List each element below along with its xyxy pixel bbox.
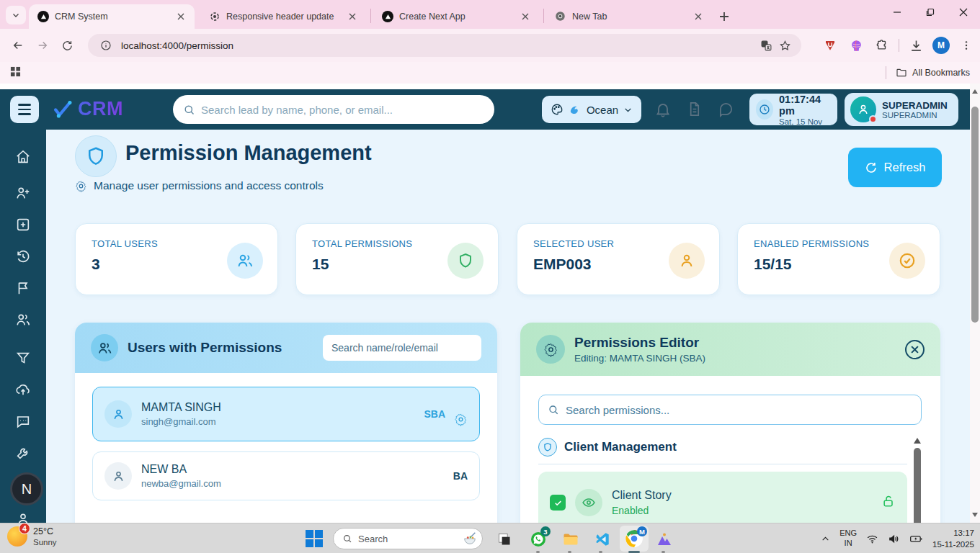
user-name: MAMTA SINGH — [141, 401, 221, 414]
permissions-scrollbar[interactable] — [914, 436, 921, 523]
ocean-wave-icon — [569, 103, 582, 116]
user-search-input[interactable] — [323, 335, 481, 361]
nextjs-favicon — [382, 11, 393, 22]
scrollbar-thumb[interactable] — [914, 448, 921, 523]
url-text: localhost:4000/permission — [121, 40, 757, 51]
sun-icon: 4 — [7, 526, 27, 547]
whatsapp-badge: 3 — [540, 526, 551, 536]
start-button[interactable] — [306, 530, 323, 547]
lead-search-input[interactable] — [201, 104, 484, 116]
chat-icon[interactable] — [718, 101, 736, 120]
close-window-button[interactable] — [947, 0, 980, 24]
tray-expand-chevron-icon[interactable] — [821, 534, 830, 544]
sidebar-filter-icon[interactable] — [15, 350, 31, 366]
minimize-button[interactable] — [881, 0, 914, 24]
taskbar-file-explorer-icon[interactable] — [561, 529, 580, 549]
page-scrollbar[interactable] — [970, 84, 980, 523]
permission-checkbox[interactable] — [550, 495, 566, 511]
clock-widget[interactable]: 01:17:44 pm Sat, 15 Nov — [749, 94, 837, 125]
permission-search-input[interactable] — [566, 404, 912, 416]
lock-open-icon[interactable] — [881, 494, 896, 511]
user-settings-gear-icon[interactable] — [454, 413, 468, 426]
adblock-extension-icon[interactable] — [821, 36, 839, 55]
apps-grid-icon[interactable] — [10, 66, 21, 80]
weather-badge: 4 — [19, 523, 30, 534]
back-button[interactable] — [6, 33, 30, 58]
sidebar-upload-icon[interactable] — [15, 382, 31, 397]
tab-close-icon[interactable] — [174, 10, 187, 23]
scrollbar-thumb[interactable] — [971, 107, 979, 323]
user-row-mamta-singh[interactable]: MAMTA SINGH singh@gmail.com SBA — [92, 387, 480, 441]
tab-crm-system[interactable]: CRM System — [29, 4, 195, 29]
sidebar-home-icon[interactable] — [15, 149, 31, 165]
screen: CRM System Responsive header update Crea… — [0, 0, 980, 553]
sidebar-flag-icon[interactable] — [15, 280, 31, 296]
downloads-icon[interactable] — [906, 36, 925, 55]
sidebar-messages-icon[interactable] — [15, 413, 31, 429]
sidebar-add-user-icon[interactable] — [15, 185, 31, 201]
sidebar-history-icon[interactable] — [15, 248, 31, 264]
refresh-button[interactable]: Refresh — [848, 148, 942, 187]
sidebar-create-icon[interactable] — [15, 217, 31, 233]
translate-icon[interactable]: G — [757, 36, 775, 55]
tab-close-icon[interactable] — [346, 10, 359, 23]
floating-extension-button[interactable]: N — [10, 472, 43, 505]
ai-extension-icon[interactable] — [847, 36, 865, 55]
taskbar-vscode-icon[interactable] — [592, 529, 612, 549]
battery-icon[interactable] — [909, 533, 923, 545]
search-icon — [548, 404, 559, 415]
taskbar-snipping-app-icon[interactable] — [494, 529, 514, 549]
browser-toolbar: localhost:4000/permission G M — [0, 29, 980, 62]
taskbar-search[interactable]: Search — [333, 528, 483, 549]
taskbar-purple-app-icon[interactable] — [654, 529, 674, 549]
site-info-icon[interactable] — [97, 36, 115, 55]
theme-label: Ocean — [587, 104, 618, 116]
language-indicator[interactable]: ENG IN — [839, 529, 857, 549]
tab-close-icon[interactable] — [692, 10, 705, 23]
new-tab-button[interactable] — [715, 7, 734, 26]
user-role-badge: SBA — [424, 408, 445, 420]
bookmark-star-icon[interactable] — [775, 36, 794, 55]
taskbar-chrome-icon[interactable]: M — [620, 526, 649, 552]
documents-icon[interactable] — [686, 101, 705, 120]
forward-button[interactable] — [30, 33, 55, 58]
reload-button[interactable] — [55, 33, 79, 58]
tab-close-icon[interactable] — [519, 10, 532, 23]
wifi-icon[interactable] — [866, 533, 878, 545]
stat-total-users: TOTAL USERS 3 — [75, 223, 278, 295]
editor-close-icon[interactable] — [905, 340, 925, 359]
browser-menu-icon[interactable] — [957, 36, 976, 55]
tab-create-next-app[interactable]: Create Next App — [373, 4, 539, 29]
scroll-up-arrow[interactable] — [914, 438, 921, 444]
browser-profile-avatar[interactable]: M — [932, 37, 950, 54]
tray-clock[interactable]: 13:17 15-11-2025 — [932, 527, 974, 550]
sidebar-profile-icon[interactable] — [15, 511, 31, 523]
scroll-down-arrow[interactable] — [972, 513, 978, 517]
maximize-button[interactable] — [914, 0, 947, 24]
weather-widget[interactable]: 4 25°C Sunny — [7, 526, 57, 547]
sidebar-users-icon[interactable] — [15, 312, 31, 328]
permission-row-client-story[interactable]: Client Story Enabled — [538, 472, 907, 523]
all-bookmarks[interactable]: All Bookmarks — [886, 66, 970, 79]
all-bookmarks-label: All Bookmarks — [912, 68, 970, 78]
weather-condition: Sunny — [33, 538, 57, 547]
page-title: Permission Management — [125, 141, 372, 165]
volume-icon[interactable] — [888, 533, 900, 545]
stat-selected-user: SELECTED USER EMP003 — [517, 223, 720, 295]
tab-new-tab[interactable]: New Tab — [546, 4, 712, 29]
user-avatar — [104, 462, 132, 490]
notifications-bell-icon[interactable] — [654, 101, 673, 120]
theme-selector[interactable]: Ocean — [542, 96, 641, 123]
user-menu[interactable]: SUPERADMIN SUPERADMIN — [845, 93, 958, 126]
status-dot — [869, 115, 877, 123]
menu-hamburger-button[interactable] — [10, 96, 39, 123]
extensions-puzzle-icon[interactable] — [873, 36, 891, 55]
tab-search-chevron-icon[interactable] — [6, 6, 26, 24]
temperature: 25°C — [33, 526, 57, 536]
sidebar-tools-icon[interactable] — [15, 445, 31, 461]
user-row-new-ba[interactable]: NEW BA newba@gmail.com BA — [92, 451, 480, 500]
scroll-up-arrow[interactable] — [972, 89, 978, 94]
address-bar[interactable]: localhost:4000/permission G — [88, 34, 801, 57]
taskbar-whatsapp-icon[interactable]: 3 — [528, 529, 548, 549]
tab-responsive-header-update[interactable]: Responsive header update — [200, 4, 366, 29]
